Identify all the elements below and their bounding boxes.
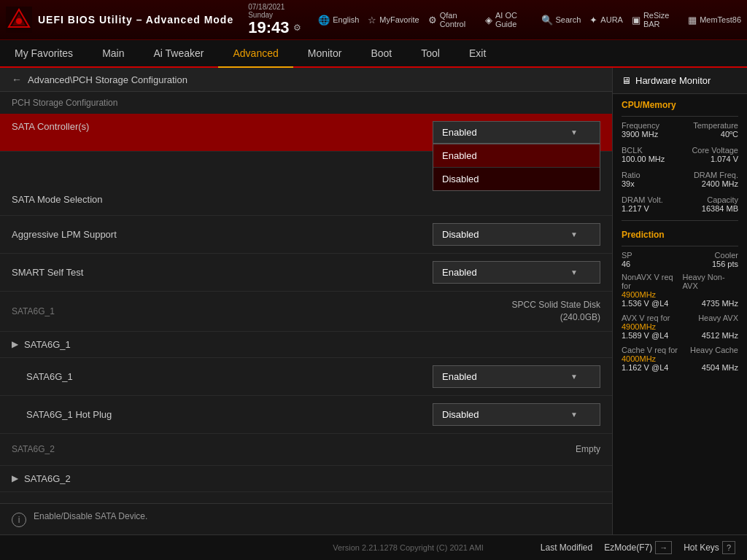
sata6g2-group-label: SATA6G_2 [24, 473, 71, 484]
tab-my-favorites[interactable]: My Favorites [0, 40, 88, 66]
tab-boot[interactable]: Boot [356, 40, 406, 66]
top-nav-icons: 🌐 English ☆ MyFavorite ⚙ Qfan Control ◈ … [318, 11, 741, 28]
tab-exit[interactable]: Exit [454, 40, 500, 66]
nav-ai-oc[interactable]: ◈ AI OC Guide [485, 11, 533, 28]
globe-icon: 🌐 [318, 15, 330, 26]
sata6g1-enable-btn[interactable]: Enabled ▼ [433, 365, 600, 388]
nav-aura-label: AURA [600, 15, 623, 24]
sata6g1-enable-row[interactable]: SATA6G_1 Enabled ▼ [0, 358, 612, 396]
dram-volt-value: 1.217 V [622, 204, 663, 213]
hw-ratio-row: Ratio 39x DRAM Freq. 2400 MHz [613, 169, 747, 190]
sata6g2-info-value: Empty [576, 444, 600, 454]
bios-title: UEFI BIOS Utility – Advanced Mode [38, 14, 233, 26]
smart-self-test-btn[interactable]: Enabled ▼ [433, 261, 600, 284]
last-modified-label: Last Modified [541, 542, 592, 553]
dropdown-arrow-icon: ▼ [570, 268, 578, 276]
bclk-value: 100.00 MHz [622, 155, 665, 163]
ez-mode-icon: → [655, 541, 672, 554]
sp-value: 46 [622, 260, 632, 268]
nav-aura[interactable]: ✦ AURA [589, 15, 623, 26]
rog-logo-icon [6, 7, 32, 33]
sata-controller-btn[interactable]: Enabled ▼ [433, 121, 600, 144]
smart-self-test-value: Enabled [442, 267, 477, 278]
nav-memtest-label: MemTest86 [700, 15, 741, 24]
nav-myfavorite-label: MyFavorite [379, 15, 419, 24]
dram-freq-value: 2400 MHz [694, 179, 738, 188]
sata6g2-info-row: SATA6G_2 Empty [0, 434, 612, 466]
main-nav: My Favorites Main Ai Tweaker Advanced Mo… [0, 40, 747, 68]
section-divider [622, 220, 738, 221]
back-button[interactable]: ← [12, 74, 22, 85]
tab-ai-tweaker[interactable]: Ai Tweaker [139, 40, 218, 66]
time-settings-icon[interactable]: ⚙ [293, 23, 301, 33]
aggressive-lpm-dropdown[interactable]: Disabled ▼ [433, 223, 600, 246]
ez-mode-button[interactable]: EzMode(F7) → [604, 541, 672, 554]
nav-qfan[interactable]: ⚙ Qfan Control [428, 11, 476, 28]
nav-memtest[interactable]: ▦ MemTest86 [688, 15, 741, 26]
search-icon: 🔍 [541, 15, 553, 26]
hot-keys-button[interactable]: Hot Keys ? [684, 541, 735, 554]
ratio-label: Ratio [622, 171, 640, 179]
hw-avx-row: AVX V req for Heavy AVX 4900MHz 1.589 V … [613, 311, 747, 343]
dropdown-arrow-icon: ▼ [570, 128, 578, 136]
tab-advanced[interactable]: Advanced [218, 40, 293, 68]
sata6g1-group-row[interactable]: ▶ SATA6G_1 [0, 332, 612, 358]
hw-bclk-row: BCLK 100.00 MHz Core Voltage 1.074 V [613, 144, 747, 165]
nav-search[interactable]: 🔍 Search [541, 15, 581, 26]
cooler-label: Cooler [712, 251, 738, 260]
footer-version: Version 2.21.1278 Copyright (C) 2021 AMI [276, 543, 540, 552]
hw-cache-row: Cache V req for Heavy Cache 4000MHz 1.16… [613, 343, 747, 375]
sata-mode-label: SATA Mode Selection [12, 194, 600, 205]
last-modified-button[interactable]: Last Modified [541, 541, 592, 554]
sata6g1-hotplug-row[interactable]: SATA6G_1 Hot Plug Disabled ▼ [0, 396, 612, 434]
core-voltage-value: 1.074 V [692, 155, 738, 163]
resize-icon: ▣ [632, 15, 640, 26]
heavy-avx-label: Heavy AVX [698, 314, 738, 322]
hot-keys-icon: ? [722, 541, 735, 554]
sata-controller-dropdown[interactable]: Enabled ▼ Enabled Disabled [433, 121, 600, 144]
sata-controller-row[interactable]: SATA Controller(s) Enabled ▼ Enabled Dis… [0, 114, 612, 152]
aura-icon: ✦ [589, 15, 597, 26]
nav-resize-bar[interactable]: ▣ ReSize BAR [632, 11, 679, 28]
sata6g1-hotplug-btn[interactable]: Disabled ▼ [433, 403, 600, 426]
sata6g1-enable-dropdown[interactable]: Enabled ▼ [433, 365, 600, 388]
tab-tool[interactable]: Tool [406, 40, 454, 66]
sata6g2-group-row[interactable]: ▶ SATA6G_2 [0, 466, 612, 492]
hot-keys-label: Hot Keys [684, 542, 719, 553]
capacity-value: 16384 MB [702, 204, 738, 213]
time-display: 19:43 [248, 19, 289, 36]
nav-english[interactable]: 🌐 English [318, 15, 359, 26]
sata6g1-hotplug-dropdown[interactable]: Disabled ▼ [433, 403, 600, 426]
heavy-cache-label: Heavy Cache [690, 346, 738, 354]
smart-self-test-dropdown[interactable]: Enabled ▼ [433, 261, 600, 284]
fan-icon: ⚙ [428, 15, 437, 26]
hw-monitor-title-text: Hardware Monitor [635, 75, 711, 86]
nav-qfan-label: Qfan Control [440, 11, 476, 28]
option-enabled[interactable]: Enabled [433, 144, 600, 167]
sp-label: SP [622, 251, 632, 260]
aggressive-lpm-row[interactable]: Aggressive LPM Support Disabled ▼ [0, 216, 612, 254]
nonavx-volt-value: 1.536 V @L4 [622, 299, 668, 308]
monitor-icon: 🖥 [622, 75, 631, 86]
aggressive-lpm-label: Aggressive LPM Support [12, 229, 433, 240]
aggressive-lpm-value: Disabled [442, 229, 479, 240]
content-area: ← Advanced\PCH Storage Configuration PCH… [0, 68, 747, 534]
tab-main[interactable]: Main [88, 40, 139, 66]
nav-resize-label: ReSize BAR [643, 11, 679, 28]
nav-search-label: Search [556, 15, 581, 24]
sata6g1-hotplug-value: Disabled [442, 409, 479, 420]
cache-req-label: Cache V req for [622, 346, 678, 354]
date-display: 07/18/2021Sunday [248, 3, 285, 19]
cooler-value: 156 pts [712, 260, 738, 268]
tab-monitor[interactable]: Monitor [293, 40, 357, 66]
main-panel: ← Advanced\PCH Storage Configuration PCH… [0, 68, 612, 534]
option-disabled[interactable]: Disabled [433, 167, 600, 190]
info-bar: i Enable/Disable SATA Device. [0, 503, 612, 534]
sata6g1-group-label: SATA6G_1 [24, 339, 71, 350]
aggressive-lpm-btn[interactable]: Disabled ▼ [433, 223, 600, 246]
nonavx-freq-value: 4900MHz [622, 290, 656, 299]
smart-self-test-row[interactable]: SMART Self Test Enabled ▼ [0, 254, 612, 292]
dropdown-arrow-icon: ▼ [570, 411, 578, 419]
nav-myfavorite[interactable]: ☆ MyFavorite [368, 15, 419, 26]
header-bar: UEFI BIOS Utility – Advanced Mode 07/18/… [0, 0, 747, 40]
